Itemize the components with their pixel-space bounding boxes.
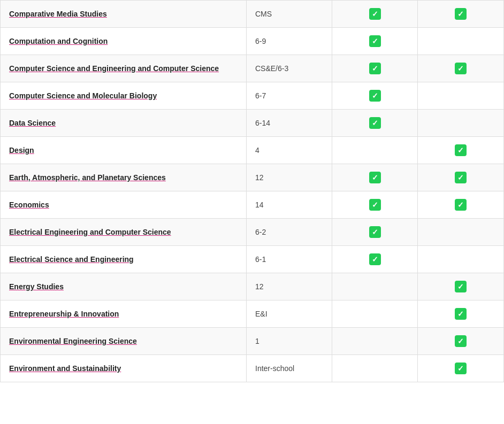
program-name-cell: Entrepreneurship & Innovation: [1, 300, 247, 327]
program-name-cell: Economics: [1, 191, 247, 218]
program-name-cell: Electrical Science and Engineering: [1, 246, 247, 273]
program-code-cell: 12: [247, 273, 332, 300]
col4-check-cell: ✓: [418, 355, 503, 382]
programs-table: Comparative Media StudiesCMS✓✓Computatio…: [0, 0, 504, 382]
col4-check-cell: ✓: [418, 164, 503, 191]
program-code-cell: 6-9: [247, 28, 332, 55]
col3-check-cell: ✓: [332, 219, 418, 245]
checkmark-icon: ✓: [369, 253, 381, 265]
program-name-link[interactable]: Environmental Engineering Science: [9, 337, 137, 345]
table-row: Economics14✓✓: [1, 191, 503, 219]
program-name-link[interactable]: Economics: [9, 201, 49, 209]
program-name-cell: Environmental Engineering Science: [1, 328, 247, 354]
program-name-cell: Electrical Engineering and Computer Scie…: [1, 219, 247, 245]
checkmark-icon: ✓: [369, 172, 381, 183]
empty-checkbox: [369, 308, 381, 320]
empty-checkbox: [369, 363, 381, 374]
table-row: Electrical Engineering and Computer Scie…: [1, 219, 503, 246]
table-row: Data Science6-14✓: [1, 110, 503, 137]
empty-checkbox: [455, 253, 467, 265]
table-row: Earth, Atmospheric, and Planetary Scienc…: [1, 164, 503, 191]
program-name-link[interactable]: Earth, Atmospheric, and Planetary Scienc…: [9, 173, 166, 182]
col3-check-cell: ✓: [332, 55, 418, 82]
checkmark-icon: ✓: [455, 63, 467, 74]
program-name-link[interactable]: Electrical Engineering and Computer Scie…: [9, 228, 171, 236]
program-name-link[interactable]: Computation and Cognition: [9, 37, 108, 45]
table-row: Computer Science and Engineering and Com…: [1, 55, 503, 82]
program-code-cell: E&I: [247, 300, 332, 327]
checkmark-icon: ✓: [455, 308, 467, 320]
program-code-cell: Inter-school: [247, 355, 332, 382]
col4-check-cell: [418, 110, 503, 136]
program-name-link[interactable]: Computer Science and Engineering and Com…: [9, 64, 219, 73]
col3-check-cell: ✓: [332, 191, 418, 218]
col3-check-cell: [332, 355, 418, 382]
program-name-cell: Computer Science and Engineering and Com…: [1, 55, 247, 82]
col4-check-cell: [418, 219, 503, 245]
checkmark-icon: ✓: [369, 63, 381, 74]
checkmark-icon: ✓: [369, 226, 381, 238]
col3-check-cell: ✓: [332, 82, 418, 109]
col4-check-cell: ✓: [418, 1, 503, 27]
col4-check-cell: ✓: [418, 273, 503, 300]
col3-check-cell: [332, 328, 418, 354]
checkmark-icon: ✓: [369, 35, 381, 47]
program-name-link[interactable]: Comparative Media Studies: [9, 10, 107, 18]
col3-check-cell: ✓: [332, 164, 418, 191]
checkmark-icon: ✓: [455, 144, 467, 156]
col4-check-cell: ✓: [418, 137, 503, 164]
program-code-cell: 12: [247, 164, 332, 191]
checkmark-icon: ✓: [455, 172, 467, 183]
program-name-cell: Computer Science and Molecular Biology: [1, 82, 247, 109]
col3-check-cell: [332, 300, 418, 327]
empty-checkbox: [455, 117, 467, 129]
program-code-cell: CMS: [247, 1, 332, 27]
program-code-cell: 6-2: [247, 219, 332, 245]
col4-check-cell: ✓: [418, 328, 503, 354]
col4-check-cell: [418, 82, 503, 109]
program-code-cell: 4: [247, 137, 332, 164]
program-name-link[interactable]: Energy Studies: [9, 282, 64, 291]
program-name-link[interactable]: Environment and Sustainability: [9, 364, 121, 373]
col3-check-cell: ✓: [332, 28, 418, 55]
program-name-cell: Environment and Sustainability: [1, 355, 247, 382]
program-name-link[interactable]: Electrical Science and Engineering: [9, 255, 134, 264]
checkmark-icon: ✓: [455, 363, 467, 374]
program-code-cell: 6-7: [247, 82, 332, 109]
checkmark-icon: ✓: [369, 90, 381, 102]
checkmark-icon: ✓: [455, 335, 467, 347]
program-code-cell: 14: [247, 191, 332, 218]
program-name-cell: Energy Studies: [1, 273, 247, 300]
table-row: Electrical Science and Engineering6-1✓: [1, 246, 503, 273]
checkmark-icon: ✓: [455, 281, 467, 292]
empty-checkbox: [455, 90, 467, 102]
col3-check-cell: ✓: [332, 1, 418, 27]
empty-checkbox: [369, 335, 381, 347]
checkmark-icon: ✓: [455, 8, 467, 20]
checkmark-icon: ✓: [369, 8, 381, 20]
program-name-link[interactable]: Design: [9, 146, 34, 155]
empty-checkbox: [369, 281, 381, 292]
col4-check-cell: [418, 28, 503, 55]
program-code-cell: 6-1: [247, 246, 332, 273]
col3-check-cell: [332, 137, 418, 164]
col3-check-cell: ✓: [332, 246, 418, 273]
table-row: Comparative Media StudiesCMS✓✓: [1, 1, 503, 28]
program-name-link[interactable]: Computer Science and Molecular Biology: [9, 91, 157, 100]
empty-checkbox: [455, 35, 467, 47]
program-name-link[interactable]: Data Science: [9, 119, 56, 127]
empty-checkbox: [369, 144, 381, 156]
empty-checkbox: [455, 226, 467, 238]
col4-check-cell: ✓: [418, 300, 503, 327]
program-name-link[interactable]: Entrepreneurship & Innovation: [9, 310, 119, 318]
program-code-cell: 1: [247, 328, 332, 354]
col4-check-cell: ✓: [418, 191, 503, 218]
program-name-cell: Design: [1, 137, 247, 164]
table-row: Entrepreneurship & InnovationE&I✓: [1, 300, 503, 328]
program-code-cell: 6-14: [247, 110, 332, 136]
checkmark-icon: ✓: [455, 199, 467, 211]
col4-check-cell: ✓: [418, 55, 503, 82]
program-name-cell: Comparative Media Studies: [1, 1, 247, 27]
table-row: Energy Studies12✓: [1, 273, 503, 300]
table-row: Environment and SustainabilityInter-scho…: [1, 355, 503, 382]
